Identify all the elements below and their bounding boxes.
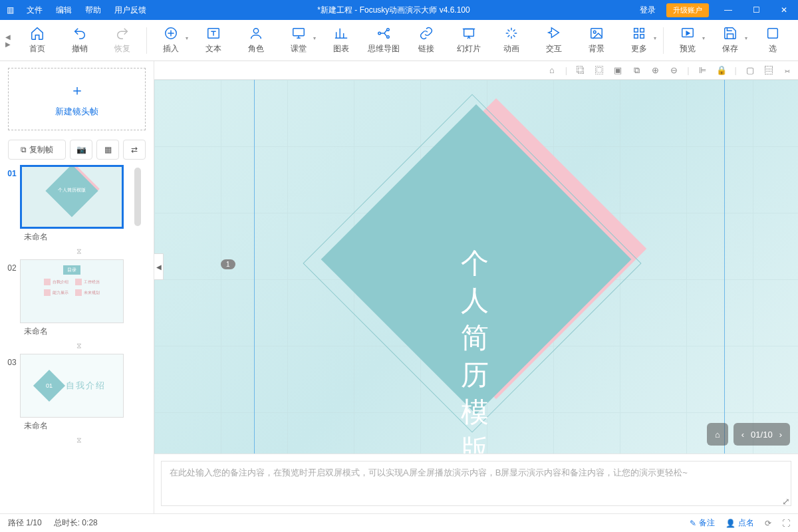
upgrade-button[interactable]: 升级账户: [666, 3, 709, 17]
toolbar-scroll-left[interactable]: ◀▶: [0, 33, 16, 48]
menu-feedback[interactable]: 用户反馈: [108, 5, 153, 16]
tool-chart[interactable]: 图表: [320, 26, 362, 55]
nav-page-control: ‹ 01/10 ›: [733, 423, 790, 446]
slide-icon: [462, 26, 476, 41]
slide-thumbnail[interactable]: 目录 自我介绍工作经历 能力展示未来规划: [20, 259, 124, 323]
title-bar: ▥ 文件 编辑 帮助 用户反馈 *新建工程 - Focusky动画演示大师 v4…: [0, 0, 798, 20]
tool-insert[interactable]: 插入▾: [150, 26, 192, 55]
svg-rect-8: [591, 29, 602, 39]
tool-text[interactable]: 文本: [192, 26, 235, 55]
sidebar: ＋ 新建镜头帧 ⧉复制帧 📷 ▦ ⇄ 01 个人简历模版 未命名 ⧖: [0, 61, 154, 513]
tool-undo[interactable]: 撤销: [59, 26, 101, 55]
home-icon[interactable]: ⌂: [547, 65, 557, 75]
notes-toggle-button[interactable]: ✎备注: [690, 517, 715, 529]
nav-home-button[interactable]: ⌂: [707, 423, 728, 446]
svg-point-6: [387, 36, 390, 39]
rollcall-button[interactable]: 👤点名: [726, 517, 754, 529]
next-slide-button[interactable]: ›: [779, 430, 782, 440]
layer-icon[interactable]: ⿳: [763, 65, 774, 75]
swap-button[interactable]: ⇄: [123, 140, 146, 160]
tool-interact[interactable]: 交互: [533, 26, 575, 55]
redo-icon: [115, 26, 130, 41]
app-logo-icon: ▥: [0, 5, 20, 15]
tool-role[interactable]: 角色: [235, 26, 277, 55]
slide-item-1[interactable]: 01 个人简历模版 未命名 ⧖: [4, 165, 154, 258]
tool-select[interactable]: 选: [751, 26, 794, 55]
person-icon: 👤: [726, 519, 735, 528]
select-icon: [765, 26, 780, 41]
slide-title: 未命名: [4, 323, 154, 341]
lock-icon[interactable]: 🔒: [716, 65, 727, 75]
svg-rect-12: [634, 35, 638, 39]
status-extra-icon[interactable]: ⟳: [765, 519, 771, 528]
tool-anim[interactable]: 动画: [490, 26, 533, 55]
slide-thumbnail[interactable]: 个人简历模版: [20, 165, 124, 229]
chart-icon: [334, 26, 348, 41]
home-icon: [30, 26, 45, 41]
home-icon: ⌂: [715, 430, 720, 440]
tool-class[interactable]: 课堂▾: [277, 26, 320, 55]
duplicate-icon[interactable]: ⧉: [631, 65, 642, 76]
window-close-icon[interactable]: ✕: [770, 5, 798, 15]
tool-save[interactable]: 保存▾: [709, 26, 751, 55]
slide-title: 未命名: [4, 229, 154, 247]
fullscreen-icon[interactable]: ⛶: [782, 519, 790, 528]
qr-button[interactable]: ▦: [96, 140, 119, 160]
tool-slide[interactable]: 幻灯片: [448, 26, 490, 55]
slide-item-3[interactable]: 03 01自我介绍 未命名 ⧖: [4, 354, 154, 447]
copy-icon[interactable]: ⿻: [575, 65, 586, 75]
menu-file[interactable]: 文件: [20, 5, 49, 16]
prev-slide-button[interactable]: ‹: [741, 430, 744, 440]
camera-icon: 📷: [76, 145, 86, 154]
zoom-in-icon[interactable]: ⊕: [650, 65, 660, 75]
tool-mindmap[interactable]: 思维导图: [362, 26, 405, 55]
zoom-out-icon[interactable]: ⊖: [668, 65, 679, 75]
slide-number: 02: [4, 259, 20, 323]
canvas-viewport[interactable]: 1 ◀ 个人简历模版Focusky ⌂ ‹ 01/10 ›: [154, 80, 798, 454]
tool-redo[interactable]: 恢复: [101, 26, 144, 55]
interact-icon: [547, 26, 561, 41]
login-button[interactable]: 登录: [634, 5, 661, 16]
menu-edit[interactable]: 编辑: [49, 5, 78, 16]
new-frame-button[interactable]: ＋ 新建镜头帧: [8, 68, 146, 130]
expand-icon[interactable]: ⤢: [782, 496, 790, 507]
sparkle-icon: [504, 26, 519, 41]
camera-button[interactable]: 📷: [70, 140, 92, 160]
window-minimize-icon[interactable]: —: [714, 5, 742, 15]
clipboard-icon[interactable]: ▣: [612, 65, 623, 75]
svg-rect-10: [634, 29, 638, 33]
camera-icon[interactable]: ▢: [745, 65, 755, 75]
mindmap-icon: [376, 26, 391, 41]
window-maximize-icon[interactable]: ☐: [742, 5, 770, 15]
status-duration: 总时长: 0:28: [54, 517, 98, 529]
timer-icon: ⧖: [4, 341, 154, 352]
save-icon: [723, 26, 737, 41]
copy-frame-button[interactable]: ⧉复制帧: [8, 140, 66, 160]
canvas-area: ⌂ | ⿻ ⿴ ▣ ⧉ ⊕ ⊖ | ⊫ 🔒 | ▢ ⿳ ⟗ 1 ◀: [154, 61, 798, 513]
text-icon: [206, 26, 221, 41]
notes-input[interactable]: 在此处输入您的备注内容，在预览时开启双屏模式，可以实现A屏全屏播放演示内容，B屏…: [161, 461, 791, 506]
notes-panel: 在此处输入您的备注内容，在预览时开启双屏模式，可以实现A屏全屏播放演示内容，B屏…: [154, 454, 798, 513]
guide-line[interactable]: [254, 80, 255, 454]
canvas-topbar: ⌂ | ⿻ ⿴ ▣ ⧉ ⊕ ⊖ | ⊫ 🔒 | ▢ ⿳ ⟗: [154, 61, 798, 80]
board-icon: [291, 26, 306, 41]
crop-icon[interactable]: ⟗: [782, 65, 793, 75]
tool-preview[interactable]: 预览▾: [666, 26, 709, 55]
guide-line[interactable]: [724, 80, 725, 454]
slide-thumbnail[interactable]: 01自我介绍: [20, 354, 124, 418]
align-icon[interactable]: ⊫: [698, 65, 708, 75]
tool-bg[interactable]: 背景: [575, 26, 618, 55]
timer-icon: ⧖: [4, 247, 154, 258]
sidebar-scrollbar[interactable]: [134, 168, 141, 226]
menu-help[interactable]: 帮助: [78, 5, 108, 16]
tool-home[interactable]: 首页: [16, 26, 59, 55]
collapse-sidebar-button[interactable]: ◀: [154, 253, 164, 280]
page-counter: 01/10: [751, 430, 773, 440]
paste-icon[interactable]: ⿴: [594, 65, 604, 75]
svg-rect-15: [768, 29, 778, 39]
tool-more[interactable]: 更多▾: [618, 26, 660, 55]
main-toolbar: ◀▶ 首页 撤销 恢复 插入▾ 文本 角色 课堂▾ 图表 思维导图 链接 幻灯片…: [0, 20, 798, 61]
slide-item-2[interactable]: 02 目录 自我介绍工作经历 能力展示未来规划 未命名 ⧖: [4, 259, 154, 352]
frame-marker[interactable]: 1: [221, 259, 235, 269]
tool-link[interactable]: 链接: [405, 26, 448, 55]
